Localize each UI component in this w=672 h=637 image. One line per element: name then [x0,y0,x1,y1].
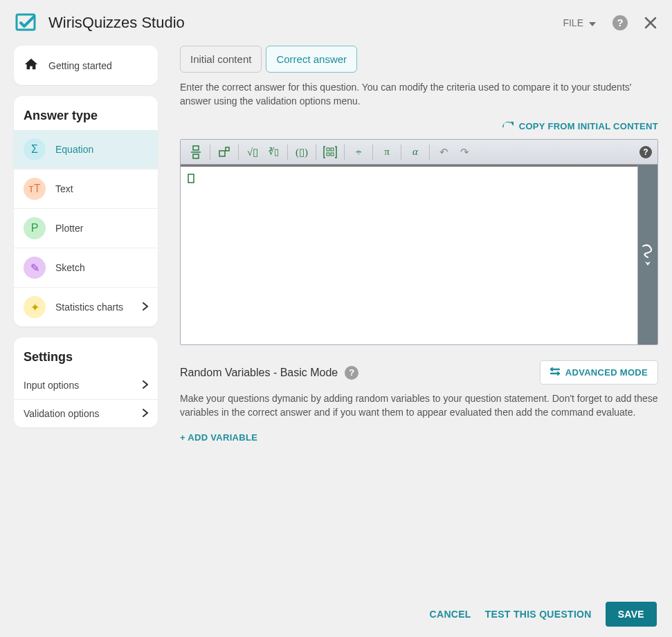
toolbar-separator [372,145,373,160]
toolbar-separator [401,145,401,160]
tabs: Initial contentCorrect answer [180,46,658,73]
random-variables-title-text: Random Variables - Basic Mode [180,367,338,379]
advanced-mode-icon [550,367,560,378]
app-title: WirisQuizzes Studio [48,14,563,32]
empty-placeholder-icon [188,174,194,183]
random-variables-desc: Make your questions dymanic by adding ra… [180,391,658,420]
random-variables-help-icon[interactable]: ? [345,366,358,380]
tool-sqrt-icon[interactable]: √▯ [243,142,262,162]
tab-description: Enter the correct answer for this questi… [180,81,658,108]
answer-type-header: Answer type [14,96,158,130]
redo-arrow-icon [501,120,514,132]
svg-rect-14 [188,174,194,183]
answer-type-label: Statistics charts [55,302,123,313]
chevron-right-icon [143,380,148,391]
tool-fraction-icon[interactable] [186,142,206,162]
toolbar-separator [316,145,316,160]
save-button[interactable]: SAVE [606,602,657,627]
svg-rect-9 [331,148,334,151]
cancel-button[interactable]: CANCEL [430,609,471,620]
settings-header: Settings [14,338,158,371]
sidebar-getting-started-label: Getting started [48,60,112,71]
tool-matrix-icon[interactable] [320,142,340,162]
statistics-charts-icon: ✦ [24,296,46,318]
answer-type-label: Sketch [55,262,85,273]
answer-type-label: Plotter [55,223,83,234]
answer-type-label: Equation [55,144,93,155]
toolbar-separator [238,145,239,160]
tab-initial-content[interactable]: Initial content [180,46,262,73]
chevron-right-icon [143,408,148,419]
answer-type-equation[interactable]: ΣEquation [14,130,158,169]
answer-type-statistics-charts[interactable]: ✦Statistics charts [14,288,158,326]
editor-help-icon[interactable]: ? [639,146,652,158]
sidebar: Getting started Answer type ΣEquationтTT… [14,46,158,443]
toolbar-separator [429,145,430,160]
tool-parentheses-icon[interactable]: (▯) [292,142,311,162]
answer-type-plotter[interactable]: PPlotter [14,209,158,248]
topbar: WirisQuizzes Studio FILE ? [0,0,672,46]
handwriting-toggle[interactable] [638,165,657,344]
chevron-right-icon [143,302,148,313]
footer: CANCEL TEST THIS QUESTION SAVE [0,591,672,637]
toolbar-separator [344,145,345,160]
sketch-icon: ✎ [24,257,46,279]
main-panel: Initial contentCorrect answer Enter the … [180,46,658,443]
tool-divide-icon[interactable]: ÷ [349,142,368,162]
home-icon [24,57,39,74]
advanced-mode-button[interactable]: ADVANCED MODE [540,360,658,385]
equation-icon: Σ [24,138,46,160]
settings-validation-options[interactable]: Validation options [14,400,158,427]
tool-redo-icon[interactable]: ↷ [455,142,474,162]
handwriting-icon [641,242,655,267]
answer-type-sketch[interactable]: ✎Sketch [14,248,158,288]
text-icon: тT [24,178,46,200]
toolbar-separator [287,145,288,160]
tab-correct-answer[interactable]: Correct answer [266,46,357,73]
tool-pi-icon[interactable]: π [377,142,397,162]
svg-text:?: ? [643,147,648,157]
svg-rect-8 [327,148,329,151]
random-variables-title: Random Variables - Basic Mode ? [180,366,358,380]
copy-label: COPY FROM INITIAL CONTENT [519,121,658,131]
advanced-mode-label: ADVANCED MODE [565,367,648,378]
test-question-button[interactable]: TEST THIS QUESTION [485,609,592,620]
toolbar-separator [210,145,210,160]
svg-rect-7 [226,147,229,151]
answer-type-text[interactable]: тTText [14,169,158,209]
svg-rect-10 [327,153,329,156]
svg-rect-3 [193,146,199,150]
tool-undo-icon[interactable]: ↶ [434,142,453,162]
plotter-icon: P [24,217,46,239]
answer-type-label: Text [55,183,73,194]
close-icon[interactable] [644,17,657,29]
add-variable-button[interactable]: + ADD VARIABLE [180,432,257,443]
caret-down-icon [589,17,596,28]
file-menu[interactable]: FILE [563,17,596,28]
tool-superscript-icon[interactable] [215,142,234,162]
tool-nthroot-icon[interactable]: ∛▯ [264,142,283,162]
tool-alpha-icon[interactable]: α [406,142,425,162]
file-menu-label: FILE [563,17,583,28]
svg-rect-6 [219,151,225,156]
sidebar-getting-started[interactable]: Getting started [14,46,158,85]
svg-text:?: ? [617,17,623,28]
help-icon[interactable]: ? [612,15,628,30]
settings-input-options[interactable]: Input options [14,371,158,400]
svg-rect-5 [193,154,199,158]
app-logo-icon [15,12,37,34]
settings-item-label: Validation options [24,408,99,419]
settings-item-label: Input options [24,380,79,391]
equation-editor: √▯ ∛▯ (▯) ÷ π α ↶ ↷ ? [180,139,658,345]
svg-rect-11 [331,153,334,156]
editor-toolbar: √▯ ∛▯ (▯) ÷ π α ↶ ↷ ? [181,140,657,165]
editor-canvas[interactable] [181,165,638,344]
copy-from-initial-button[interactable]: COPY FROM INITIAL CONTENT [501,120,658,132]
